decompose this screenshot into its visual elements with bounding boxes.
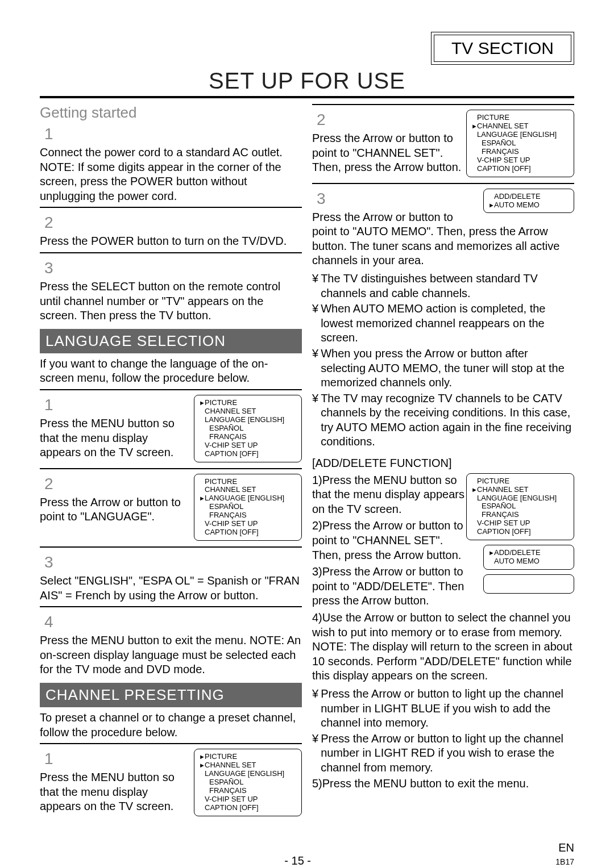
step-number: 3 [44,553,53,571]
bullet-text: When you press the Arrow or button after… [321,347,574,390]
menu-item: V-CHIP SET UP [477,519,530,528]
menu-item: LANGUAGE [ENGLISH] [205,416,284,424]
triangle-right-icon [488,549,494,557]
bullet-item: ¥Press the Arrow or button to light up t… [312,687,574,731]
menu-item: CHANNEL SET [477,122,529,131]
lang-step-2: PICTURE CHANNEL SET LANGUAGE [ENGLISH] E… [40,473,302,544]
osd-menu-add-delete: ADD/DELETE AUTO MEMO [483,545,574,570]
page: TV SECTION SET UP FOR USE Getting starte… [0,0,614,868]
add-delete-block: PICTURE CHANNEL SET LANGUAGE [ENGLISH] E… [312,473,574,686]
yen-bullet-icon: ¥ [312,732,318,775]
step-number: 1 [44,750,53,768]
menu-item: AUTO MEMO [494,201,540,210]
menu-item: LANGUAGE [ENGLISH] [477,131,557,139]
step-body: Press the Arrow or button to point to "A… [312,210,574,268]
yen-bullet-icon: ¥ [312,272,318,301]
step-divider [40,606,302,607]
osd-menu-channel-set-selected: PICTURE CHANNEL SET LANGUAGE [ENGLISH] E… [466,473,574,541]
language-selection-banner: LANGUAGE SELECTION [40,329,302,353]
step-divider [40,389,302,390]
menu-item: V-CHIP SET UP [205,520,258,528]
step-divider [40,546,302,548]
menu-item: ESPAÑOL [209,503,243,511]
menu-item: FRANÇAIS [482,511,519,519]
menu-item: PICTURE [205,399,237,407]
menu-item: LANGUAGE [ENGLISH] [477,494,557,503]
bullet-item: ¥Press the Arrow or button to light up t… [312,732,574,775]
menu-item: V-CHIP SET UP [205,441,258,450]
bullet-text: When AUTO MEMO action is completed, the … [321,302,574,345]
page-number: - 15 - [284,854,311,867]
menu-item: V-CHIP SET UP [477,156,530,165]
step-divider [312,104,574,105]
section-label: TV SECTION [434,35,571,62]
step-body: Press the POWER button to turn on the TV… [40,234,302,249]
right-menu-stack: PICTURE CHANNEL SET LANGUAGE [ENGLISH] E… [466,473,574,594]
triangle-right-icon [471,122,477,131]
bullet-item: ¥When you press the Arrow or button afte… [312,347,574,390]
step-body: Select "ENGLISH", "ESPA OL" = Spanish or… [40,574,302,603]
menu-item: CAPTION [OFF] [477,165,531,173]
menu-item: AUTO MEMO [494,557,540,566]
triangle-right-icon [488,201,494,210]
osd-menu-auto-memo: ADD/DELETE AUTO MEMO [483,189,574,214]
menu-item: CHANNEL SET [477,486,529,494]
step-body: Press the SELECT button on the remote co… [40,279,302,323]
yen-bullet-icon: ¥ [312,302,318,345]
menu-item: PICTURE [477,114,509,122]
add-delete-heading: [ADD/DELETE FUNCTION] [312,456,574,471]
menu-item: PICTURE [205,753,237,761]
getting-started-heading: Getting started [40,104,302,122]
menu-item: CAPTION [OFF] [205,804,259,812]
menu-item: CHANNEL SET [205,407,256,416]
triangle-right-icon [199,399,205,407]
lang-step-1: PICTURE CHANNEL SET LANGUAGE [ENGLISH] E… [40,394,302,465]
page-footer: - 15 - EN 1B17 [40,841,574,867]
step-body: Connect the power cord to a standard AC … [40,145,302,203]
step-number: 2 [44,214,53,232]
bullet-text: Press the Arrow or button to light up th… [321,732,574,775]
triangle-right-icon [471,486,477,494]
menu-item: CHANNEL SET [205,486,256,494]
menu-item: FRANÇAIS [209,511,247,520]
osd-menu-channel-set-selected: PICTURE CHANNEL SET LANGUAGE [ENGLISH] E… [466,110,574,177]
menu-item: V-CHIP SET UP [205,795,258,804]
channel-intro: To preset a channel or to change a prese… [40,711,302,740]
step-divider [312,183,574,184]
menu-item: ESPAÑOL [482,139,516,148]
step-number: 4 [44,613,53,631]
step-divider [40,468,302,469]
step-number: 1 [44,396,53,414]
triangle-right-icon [199,753,205,761]
menu-item: LANGUAGE [ENGLISH] [205,770,284,778]
bullet-item: ¥The TV distinguishes between standard T… [312,272,574,301]
left-column: Getting started 1 Connect the power cord… [40,103,302,819]
step-number: 3 [44,259,53,277]
menu-item: PICTURE [205,478,237,486]
menu-item: PICTURE [477,477,509,486]
menu-item: ESPAÑOL [482,502,516,511]
main-title: SET UP FOR USE [40,68,574,94]
osd-menu-picture-channel: PICTURE CHANNEL SET LANGUAGE [ENGLISH] E… [194,749,302,816]
menu-item: ESPAÑOL [209,778,243,787]
step-divider [40,207,302,208]
header-row: TV SECTION [40,32,574,65]
osd-menu-picture-selected: PICTURE CHANNEL SET LANGUAGE [ENGLISH] E… [194,395,302,462]
triangle-right-icon [199,494,205,503]
bullet-item: ¥When AUTO MEMO action is completed, the… [312,302,574,345]
channel-presetting-banner: CHANNEL PRESETTING [40,683,302,707]
osd-menu-blank [483,574,574,594]
language-intro: If you want to change the language of th… [40,357,302,386]
yen-bullet-icon: ¥ [312,687,318,731]
right-column: PICTURE CHANNEL SET LANGUAGE [ENGLISH] E… [312,103,574,819]
menu-item: CHANNEL SET [205,761,256,770]
menu-item: CAPTION [OFF] [205,450,259,458]
title-divider [40,96,574,98]
menu-item: ADD/DELETE [494,193,541,201]
step-number: 3 [317,190,326,208]
menu-item: CAPTION [OFF] [205,528,259,537]
yen-bullet-icon: ¥ [312,347,318,390]
bullet-text: The TV may recognize TV channels to be C… [321,391,574,449]
footer-code: 1B17 [555,857,574,866]
step-divider [40,743,302,744]
